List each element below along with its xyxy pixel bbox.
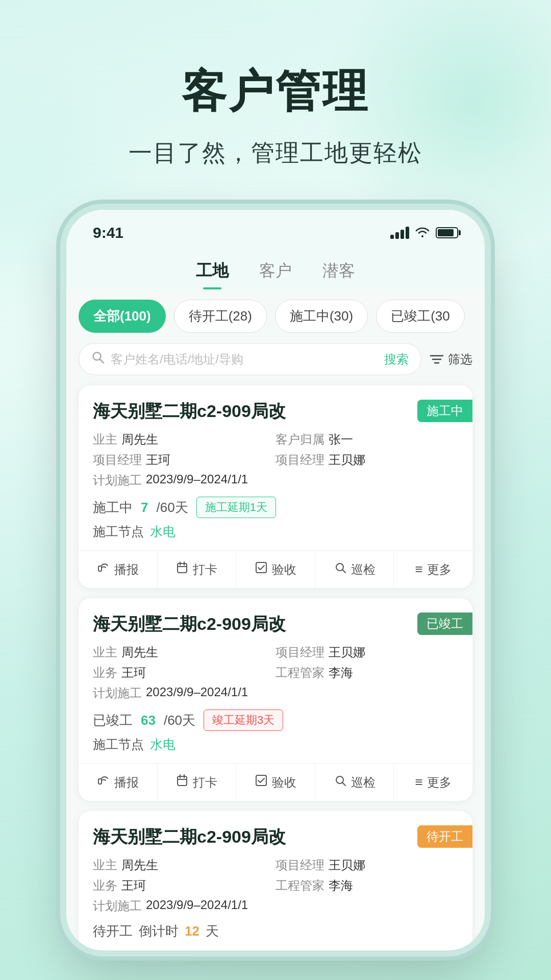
- card-2-title: 海天别墅二期c2-909局改: [93, 612, 286, 636]
- search-icon: [91, 351, 105, 368]
- accept-icon: [255, 561, 268, 578]
- card-3-info: 业主 周先生 项目经理 王贝娜 业务 王珂 工程管家: [93, 857, 458, 914]
- phone-content: 工地 客户 潜客 全部(100) 待开工(28) 施工中(30) 已竣工(30: [66, 248, 485, 950]
- card-1-actions: 播报 打卡 验收: [79, 550, 472, 588]
- svg-line-1: [100, 359, 104, 363]
- card-2-node: 施工节点 水电: [93, 736, 458, 753]
- hero-title: 客户管理: [31, 61, 520, 122]
- hero-section: 客户管理 一目了然，管理工地更轻松: [0, 0, 551, 200]
- phone-wrapper: 9:41: [0, 210, 551, 950]
- card-1-accept-button[interactable]: 验收: [236, 551, 315, 588]
- card-1-status-badge: 施工中: [417, 400, 472, 422]
- card-2-delay-tag: 竣工延期3天: [204, 709, 283, 731]
- card-2-checkin-button[interactable]: 打卡: [158, 764, 237, 801]
- card-1-delay-tag: 施工延期1天: [196, 497, 276, 518]
- card-1-info: 业主 周先生 客户归属 张一 项目经理 王珂 项目经理: [93, 431, 458, 488]
- card-2-actions: 播报 打卡 验收: [79, 763, 472, 801]
- card-2-salesperson: 业务 王珂: [93, 665, 276, 681]
- more-icon: ≡: [415, 561, 423, 577]
- broadcast-icon-2: [97, 774, 110, 791]
- filter-completed-button[interactable]: 已竣工(30: [376, 300, 465, 333]
- card-3-status-badge: 待开工: [417, 825, 472, 848]
- search-button[interactable]: 搜索: [384, 351, 409, 368]
- card-2-owner: 业主 周先生: [93, 644, 276, 660]
- card-3-housekeeper: 工程管家 李海: [276, 877, 458, 894]
- card-1-checkin-button[interactable]: 打卡: [158, 551, 237, 588]
- inspect-icon-2: [334, 774, 347, 791]
- battery-icon: [436, 227, 458, 238]
- status-time: 9:41: [93, 224, 123, 241]
- card-1-schedule: 计划施工 2023/9/9–2024/1/1: [93, 472, 458, 488]
- svg-rect-13: [98, 779, 102, 784]
- status-bar: 9:41: [66, 210, 485, 248]
- cards-list: 海天别墅二期c2-909局改 施工中 业主 周先生 客户归属 张一: [66, 385, 485, 950]
- accept-icon-2: [255, 774, 268, 791]
- card-1-owner: 业主 周先生: [93, 431, 276, 448]
- card-1-attribution: 客户归属 张一: [276, 431, 458, 448]
- filter-icon-wrap[interactable]: 筛选: [430, 351, 472, 368]
- card-3-salesperson: 业务 王珂: [93, 877, 276, 894]
- card-3-schedule: 计划施工 2023/9/9–2024/1/1: [93, 898, 458, 914]
- search-input-wrap[interactable]: 客户姓名/电话/地址/导购 搜索: [79, 343, 421, 375]
- search-placeholder-text: 客户姓名/电话/地址/导购: [111, 351, 378, 368]
- inspect-icon: [334, 561, 347, 578]
- card-1-more-button[interactable]: ≡ 更多: [394, 551, 472, 588]
- card-2-more-button[interactable]: ≡ 更多: [394, 764, 472, 801]
- card-2-progress: 已竣工 63 /60天 竣工延期3天: [93, 709, 458, 731]
- card-2-housekeeper: 工程管家 李海: [276, 665, 458, 681]
- tab-bar: 工地 客户 潜客: [66, 248, 485, 289]
- card-3-pm-right: 项目经理 王贝娜: [276, 857, 458, 873]
- card-1-broadcast-button[interactable]: 播报: [79, 551, 158, 588]
- card-1-header: 海天别墅二期c2-909局改 施工中: [93, 400, 458, 423]
- card-1-inspect-button[interactable]: 巡检: [315, 551, 394, 588]
- filter-label: 筛选: [448, 351, 472, 368]
- filter-row: 全部(100) 待开工(28) 施工中(30) 已竣工(30: [66, 289, 485, 343]
- more-icon-2: ≡: [415, 774, 423, 790]
- filter-pending-button[interactable]: 待开工(28): [174, 300, 267, 333]
- search-row: 客户姓名/电话/地址/导购 搜索 筛选: [66, 343, 485, 385]
- card-3: 海天别墅二期c2-909局改 待开工 业主 周先生 项目经理 王贝娜: [79, 811, 472, 950]
- card-2: 海天别墅二期c2-909局改 已竣工 业主 周先生 项目经理 王贝娜: [79, 598, 472, 801]
- svg-rect-6: [178, 564, 187, 573]
- tab-gongdi[interactable]: 工地: [196, 260, 229, 289]
- card-1-progress: 施工中 7 /60天 施工延期1天: [93, 497, 458, 518]
- card-2-pm-right: 项目经理 王贝娜: [276, 644, 458, 660]
- card-3-header: 海天别墅二期c2-909局改 待开工: [93, 825, 458, 849]
- tab-qianke[interactable]: 潜客: [322, 260, 355, 289]
- svg-rect-5: [98, 566, 102, 571]
- filter-all-button[interactable]: 全部(100): [79, 300, 166, 333]
- svg-line-20: [342, 782, 345, 786]
- card-3-countdown: 待开工 倒计时 12 天: [93, 922, 458, 940]
- card-1: 海天别墅二期c2-909局改 施工中 业主 周先生 客户归属 张一: [79, 385, 472, 588]
- tab-kehu[interactable]: 客户: [259, 260, 292, 289]
- card-1-title: 海天别墅二期c2-909局改: [93, 400, 286, 423]
- wifi-icon: [415, 225, 430, 241]
- svg-line-12: [342, 570, 345, 573]
- signal-icon: [390, 227, 409, 239]
- hero-subtitle: 一目了然，管理工地更轻松: [31, 137, 520, 169]
- card-2-status-badge: 已竣工: [417, 612, 472, 635]
- card-2-broadcast-button[interactable]: 播报: [79, 764, 158, 801]
- status-icons: [390, 225, 458, 241]
- filter-ongoing-button[interactable]: 施工中(30): [275, 300, 368, 333]
- broadcast-icon: [97, 561, 110, 578]
- card-1-pm-right: 项目经理 王贝娜: [276, 452, 458, 468]
- phone-mockup: 9:41: [66, 210, 485, 950]
- card-2-schedule: 计划施工 2023/9/9–2024/1/1: [93, 685, 458, 701]
- card-2-header: 海天别墅二期c2-909局改 已竣工: [93, 612, 458, 636]
- card-2-inspect-button[interactable]: 巡检: [315, 764, 394, 801]
- svg-rect-14: [178, 776, 187, 786]
- card-2-info: 业主 周先生 项目经理 王贝娜 业务 王珂 工程管家: [93, 644, 458, 701]
- card-3-owner: 业主 周先生: [93, 857, 276, 873]
- checkin-icon-2: [176, 774, 189, 791]
- card-3-title: 海天别墅二期c2-909局改: [93, 825, 286, 849]
- card-1-pm-left: 项目经理 王珂: [93, 452, 276, 468]
- card-1-node: 施工节点 水电: [93, 523, 458, 540]
- checkin-icon: [176, 561, 189, 578]
- card-2-accept-button[interactable]: 验收: [236, 764, 315, 801]
